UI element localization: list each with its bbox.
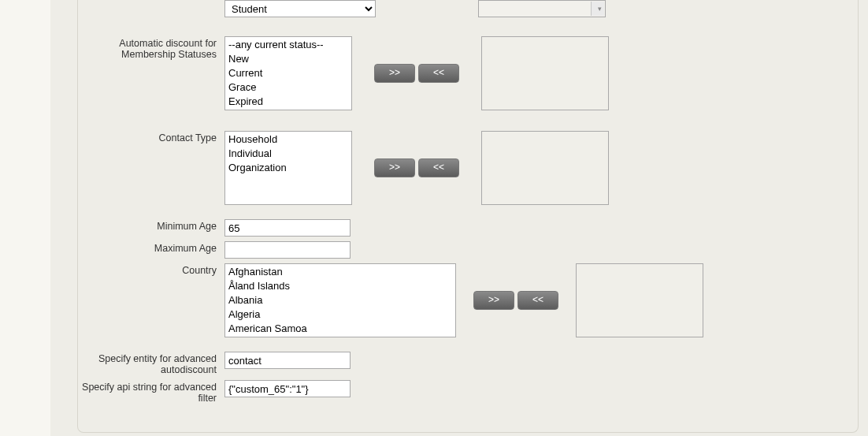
country-label: Country [79, 263, 224, 276]
list-item[interactable]: Expired [227, 95, 350, 109]
list-item[interactable]: Albania [227, 293, 454, 307]
country-move-left-button[interactable]: << [517, 291, 558, 310]
api-string-input[interactable] [224, 380, 351, 397]
chevron-down-icon: ▾ [598, 5, 602, 13]
entity-label: Specify entity for advanced autodiscount [79, 352, 224, 375]
membership-move-right-button[interactable]: >> [374, 64, 415, 83]
membership-statuses-source-list[interactable]: --any current status--NewCurrentGraceExp… [224, 36, 352, 110]
country-target-list[interactable] [576, 263, 703, 337]
list-item[interactable]: --any current status-- [227, 38, 350, 52]
list-item[interactable]: Algeria [227, 307, 454, 322]
list-item[interactable]: Afghanistan [227, 265, 454, 279]
list-item[interactable]: Current [227, 66, 350, 80]
minimum-age-label: Minimum Age [79, 219, 224, 232]
contact-type-label: Contact Type [79, 131, 224, 143]
api-string-label: Specify api string for advanced filter [79, 380, 224, 404]
minimum-age-input[interactable] [224, 219, 351, 237]
top-dropdown[interactable]: Student [224, 0, 376, 17]
membership-statuses-label: Automatic discount for Membership Status… [79, 36, 224, 60]
top-right-disabled-select: ▾ [478, 0, 606, 17]
list-item[interactable]: Household [227, 132, 350, 147]
maximum-age-input[interactable] [224, 241, 351, 259]
contact-type-source-list[interactable]: HouseholdIndividualOrganization [224, 131, 352, 205]
list-item[interactable]: New [227, 52, 350, 66]
entity-input[interactable] [224, 352, 351, 369]
country-move-right-button[interactable]: >> [473, 291, 514, 310]
membership-statuses-target-list[interactable] [481, 36, 609, 110]
contact-type-move-left-button[interactable]: << [418, 158, 459, 177]
list-item[interactable]: Åland Islands [227, 279, 454, 293]
contact-type-target-list[interactable] [481, 131, 609, 205]
list-item[interactable]: American Samoa [227, 322, 454, 336]
country-source-list[interactable]: AfghanistanÅland IslandsAlbaniaAlgeriaAm… [224, 263, 456, 337]
list-item[interactable]: Grace [227, 80, 350, 95]
list-item[interactable]: Individual [227, 147, 350, 161]
membership-move-left-button[interactable]: << [418, 64, 459, 83]
list-item[interactable]: Organization [227, 161, 350, 175]
contact-type-move-right-button[interactable]: >> [374, 158, 415, 177]
maximum-age-label: Maximum Age [79, 241, 224, 254]
